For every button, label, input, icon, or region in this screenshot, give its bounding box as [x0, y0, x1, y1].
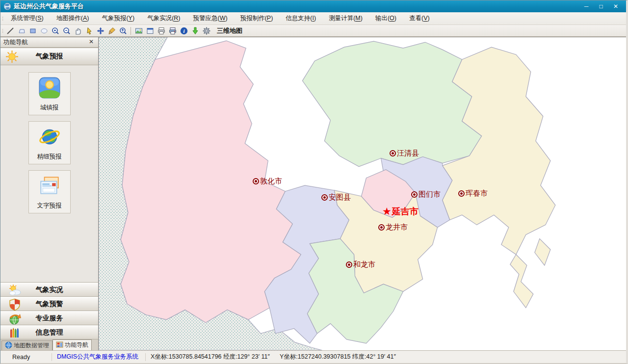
fine-forecast-icon	[38, 126, 61, 150]
menu-item-s[interactable]: 系统管理(S)	[4, 12, 50, 25]
info-button[interactable]: i	[178, 26, 189, 36]
printer-icon	[157, 26, 166, 35]
map-region-珲春市半岛[interactable]	[535, 239, 550, 265]
globe-icon	[5, 341, 12, 350]
maximize-button[interactable]: □	[594, 2, 608, 11]
pan-hand-icon	[74, 26, 82, 35]
ellipse-tool-icon	[40, 26, 49, 35]
color-printer-icon	[168, 26, 177, 35]
status-x-coordinate: X坐标:1530785.84541796 经度:129° 23′ 11″	[146, 353, 275, 361]
sidebar-header: 功能导航 ✕	[0, 37, 98, 48]
map3d-button[interactable]: 三维地图	[215, 26, 244, 36]
forecast-button-label: 城镇报	[40, 104, 59, 112]
settings-gear-icon	[202, 26, 211, 35]
menu-item-m[interactable]: 测量计算(M)	[322, 12, 369, 25]
window-title: 延边州公共气象服务平台	[14, 2, 579, 11]
section-weather-forecast[interactable]: 气象预报	[0, 48, 98, 65]
menu-item-r[interactable]: 气象实况(R)	[141, 12, 186, 25]
select-arrow-button[interactable]	[83, 26, 95, 36]
close-button[interactable]: ✕	[608, 2, 623, 11]
section-pencils[interactable]: 信息管理	[0, 325, 98, 339]
select-arrow-icon	[85, 26, 94, 35]
menu-item-p[interactable]: 预报制作(P)	[234, 12, 280, 25]
rectangle-tool-button[interactable]	[27, 26, 38, 36]
color-printer-button[interactable]	[167, 26, 178, 36]
download-arrow-icon	[191, 26, 200, 35]
status-system-name: DMGIS公共气象服务业务系统	[52, 353, 145, 361]
forecast-button-fine-forecast[interactable]: 精细预报	[28, 121, 71, 164]
sidebar-tab-label: 功能导航	[65, 341, 88, 349]
line-tool-icon	[6, 26, 15, 35]
panel-view-icon	[146, 26, 155, 35]
status-y-coordinate: Y坐标:1527240.39307815 纬度:42° 19′ 41″	[275, 353, 401, 361]
sun-icon	[5, 50, 19, 65]
map-region-汪清县[interactable]	[302, 41, 481, 167]
text-forecast-icon	[38, 175, 61, 199]
function-nav-panel: 功能导航 ✕ 气象预报 城镇报精细预报文字预报 气象实况气象预警专业服务信息管理…	[0, 37, 99, 350]
sidebar-tab-window[interactable]: 功能导航	[52, 339, 92, 350]
forecast-button-area: 城镇报精细预报文字预报	[0, 65, 98, 283]
section-shield[interactable]: 气象预警	[0, 297, 98, 311]
forecast-button-label: 文字预报	[37, 202, 62, 210]
rectangle-tool-icon	[28, 26, 37, 35]
section-sun-cloud[interactable]: 气象实况	[0, 283, 98, 297]
town-forecast-icon	[38, 77, 61, 101]
settings-gear-button[interactable]	[201, 26, 212, 36]
map-region-珲春市东部[interactable]	[510, 255, 533, 308]
zoom-out-icon	[62, 26, 71, 35]
sidebar-tab-label: 地图数据管理	[14, 341, 49, 350]
zoom-extent-icon	[119, 26, 128, 35]
menu-item-o[interactable]: 输出(O)	[369, 12, 403, 25]
window-icon	[56, 341, 63, 350]
sidebar-tab-strip: 地图数据管理功能导航	[0, 339, 98, 350]
menu-item-a[interactable]: 地图操作(A)	[50, 12, 96, 25]
app-globe-icon	[3, 2, 11, 10]
sun-cloud-icon	[8, 284, 21, 298]
forecast-button-label: 精细预报	[37, 153, 62, 161]
zoom-extent-button[interactable]	[117, 26, 129, 36]
paintbrush-icon	[107, 26, 116, 35]
export-image-icon	[134, 26, 143, 35]
app-window: 延边州公共气象服务平台 ─□✕ ⁞ 系统管理(S)地图操作(A)气象预报(Y)气…	[0, 0, 628, 364]
menu-item-w[interactable]: 预警应急(W)	[187, 12, 234, 25]
info-icon: i	[180, 26, 188, 35]
status-ready: Ready	[7, 354, 52, 361]
move-tool-icon	[96, 26, 105, 35]
menu-item-i[interactable]: 信息支持(I)	[279, 12, 322, 25]
menu-bar: ⁞ 系统管理(S)地图操作(A)气象预报(Y)气象实况(R)预警应急(W)预报制…	[0, 12, 626, 25]
toolbar-separator	[131, 27, 131, 35]
download-arrow-button[interactable]	[189, 26, 201, 36]
shield-icon	[8, 298, 21, 312]
move-tool-button[interactable]	[95, 26, 106, 36]
ellipse-tool-button[interactable]	[38, 26, 50, 36]
printer-button[interactable]	[156, 26, 167, 36]
polygon-tool-icon	[17, 26, 26, 35]
section-globe-arrow[interactable]: 专业服务	[0, 311, 98, 325]
menu-item-v[interactable]: 查看(V)	[403, 12, 436, 25]
pan-hand-button[interactable]	[72, 26, 83, 36]
menu-grip-icon: ⁞	[2, 16, 2, 22]
toolbar-grip-icon: ⁞	[2, 28, 2, 34]
tool-bar: ⁞ i 三维地图	[0, 25, 626, 37]
menu-item-y[interactable]: 气象预报(Y)	[95, 12, 141, 25]
globe-arrow-icon	[8, 312, 21, 327]
panel-view-button[interactable]	[144, 26, 156, 36]
export-image-button[interactable]	[133, 26, 144, 36]
zoom-out-button[interactable]	[61, 26, 72, 36]
sidebar-title: 功能导航	[3, 38, 87, 47]
zoom-in-button[interactable]	[50, 26, 61, 36]
sidebar-tab-globe[interactable]: 地图数据管理	[1, 340, 52, 350]
minimize-button[interactable]: ─	[579, 2, 594, 11]
paintbrush-button[interactable]	[106, 26, 117, 36]
title-bar: 延边州公共气象服务平台 ─□✕	[0, 0, 626, 12]
status-bar: Ready DMGIS公共气象服务业务系统 X坐标:1530785.845417…	[0, 350, 626, 363]
polygon-tool-button[interactable]	[16, 26, 27, 36]
forecast-button-text-forecast[interactable]: 文字预报	[28, 170, 71, 213]
sidebar-close-icon[interactable]: ✕	[87, 38, 95, 46]
line-tool-button[interactable]	[4, 26, 16, 36]
zoom-in-icon	[51, 26, 60, 35]
forecast-button-town-forecast[interactable]: 城镇报	[28, 72, 71, 115]
pencils-icon	[8, 327, 21, 341]
map-canvas[interactable]: 汪清县敦化市安图县图们市珲春市★延吉市龙井市和龙市	[99, 37, 626, 350]
